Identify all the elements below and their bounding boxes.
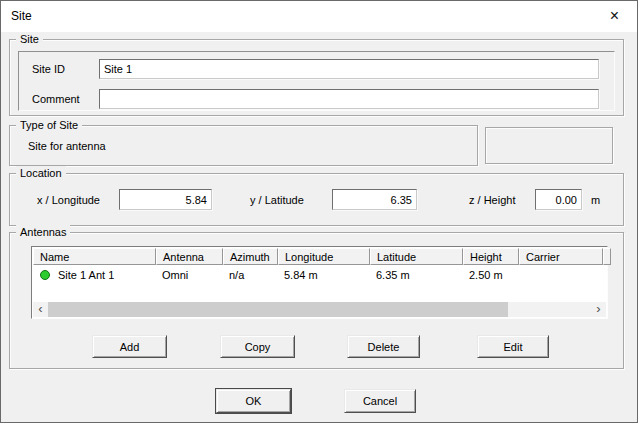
site-dialog: Site × Site Site ID Comment Type of Site…: [0, 0, 638, 423]
close-icon: ×: [610, 7, 619, 25]
scroll-left-button[interactable]: ‹: [33, 302, 48, 317]
antennas-group: Antennas Name Antenna Azimuth Longitude …: [9, 232, 624, 369]
site-id-label: Site ID: [32, 63, 65, 75]
scroll-right-button[interactable]: ›: [591, 302, 606, 317]
z-height-input[interactable]: [535, 189, 582, 210]
cell-name: Site 1 Ant 1: [33, 269, 156, 281]
antenna-name-text: Site 1 Ant 1: [58, 269, 114, 281]
antenna-table-header: Name Antenna Azimuth Longitude Latitude …: [33, 248, 606, 265]
copy-button[interactable]: Copy: [220, 335, 295, 358]
type-of-site-group: Type of Site Site for antenna: [9, 125, 478, 166]
y-latitude-label: y / Latitude: [250, 194, 304, 206]
site-group-label: Site: [16, 32, 43, 46]
antennas-group-label: Antennas: [16, 225, 70, 239]
antenna-list: Name Antenna Azimuth Longitude Latitude …: [31, 246, 608, 319]
x-longitude-label: x / Longitude: [37, 194, 100, 206]
cancel-button[interactable]: Cancel: [344, 389, 416, 413]
site-id-input[interactable]: [99, 59, 599, 79]
site-group: Site Site ID Comment: [9, 39, 624, 116]
delete-button[interactable]: Delete: [347, 335, 420, 358]
location-group-label: Location: [16, 166, 66, 180]
close-button[interactable]: ×: [592, 1, 637, 31]
type-of-site-value: Site for antenna: [28, 140, 106, 152]
edit-button[interactable]: Edit: [477, 335, 549, 358]
location-group: Location x / Longitude y / Latitude z / …: [9, 173, 624, 226]
column-header-carrier[interactable]: Carrier: [519, 248, 603, 265]
cell-latitude: 6.35 m: [370, 269, 463, 281]
cell-azimuth: n/a: [223, 269, 278, 281]
height-unit-label: m: [591, 194, 600, 206]
cell-longitude: 5.84 m: [278, 269, 370, 281]
z-height-label: z / Height: [469, 194, 515, 206]
type-of-site-group-label: Type of Site: [16, 118, 82, 132]
ok-button[interactable]: OK: [216, 389, 291, 413]
horizontal-scrollbar[interactable]: ‹ ›: [33, 302, 606, 317]
cell-antenna: Omni: [156, 269, 223, 281]
title-bar: Site ×: [1, 1, 637, 32]
window-title: Site: [11, 9, 32, 23]
y-latitude-input[interactable]: [332, 189, 417, 210]
column-header-antenna[interactable]: Antenna: [156, 248, 223, 265]
x-longitude-input[interactable]: [119, 189, 212, 210]
comment-label: Comment: [32, 93, 80, 105]
comment-input[interactable]: [99, 89, 599, 109]
site-type-side-box: [485, 127, 613, 164]
column-header-latitude[interactable]: Latitude: [370, 248, 463, 265]
column-header-longitude[interactable]: Longitude: [278, 248, 370, 265]
antenna-row[interactable]: Site 1 Ant 1 Omni n/a 5.84 m 6.35 m 2.50…: [33, 267, 603, 283]
add-button[interactable]: Add: [92, 335, 167, 358]
column-header-name[interactable]: Name: [33, 248, 156, 265]
column-header-filler: [603, 248, 611, 265]
antenna-status-icon: [40, 270, 50, 280]
cell-height: 2.50 m: [463, 269, 519, 281]
scroll-thumb[interactable]: [48, 302, 508, 317]
column-header-azimuth[interactable]: Azimuth: [223, 248, 278, 265]
column-header-height[interactable]: Height: [463, 248, 519, 265]
